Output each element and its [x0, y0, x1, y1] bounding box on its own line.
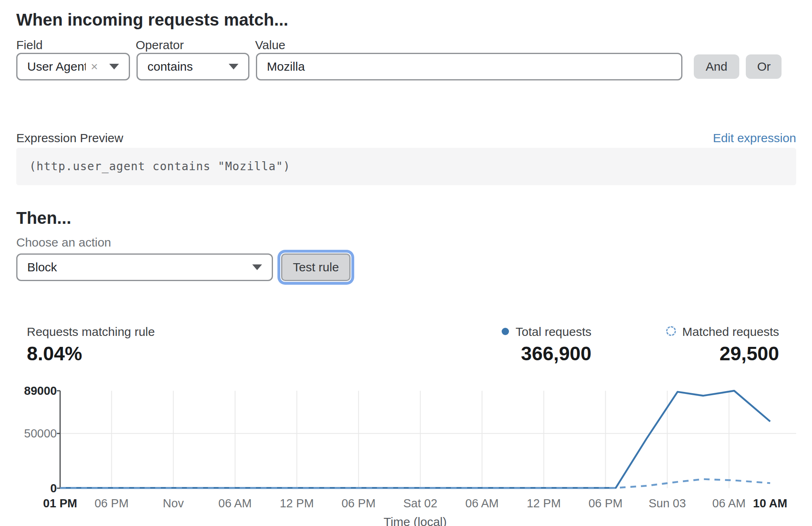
x-tick-label: 10 AM [738, 496, 803, 511]
operator-label: Operator [136, 37, 255, 53]
matched-requests-stat: Matched requests 29,500 [591, 324, 796, 366]
chevron-down-icon [252, 264, 262, 270]
action-select-value: Block [27, 260, 252, 274]
total-requests-stat: Total requests 366,900 [266, 324, 591, 366]
dashed-circle-icon [666, 326, 676, 336]
chevron-down-icon [109, 64, 119, 69]
field-select-value: User Agent [27, 60, 86, 74]
total-requests-value: 366,900 [266, 342, 591, 366]
matching-rule-value: 8.04% [27, 342, 266, 366]
operator-select[interactable]: contains [136, 53, 249, 80]
y-tick-label: 0 [16, 481, 57, 496]
firewall-rule-builder: When incoming requests match... Field Op… [0, 9, 812, 526]
expression-code: (http.user_agent contains "Mozilla") [29, 160, 290, 173]
clear-field-icon[interactable]: × [91, 61, 98, 73]
action-row: Block Test rule [16, 253, 796, 281]
requests-time-chart: Time (local) 0500008900001 PM06 PMNov06 … [0, 366, 812, 526]
field-label: Field [16, 37, 136, 53]
then-heading: Then... [16, 207, 796, 229]
x-tick-label: 06 PM [326, 496, 391, 511]
form-labels-row: Field Operator Value [16, 37, 796, 53]
y-tick-label: 89000 [16, 383, 57, 398]
stats-row: Requests matching rule 8.04% Total reque… [16, 324, 796, 366]
x-tick-label: Nov [141, 496, 206, 511]
x-tick-label: Sun 03 [635, 496, 700, 511]
x-tick-label: 12 PM [264, 496, 329, 511]
x-tick-label: 06 PM [573, 496, 638, 511]
edit-expression-link[interactable]: Edit expression [713, 130, 796, 146]
value-input[interactable] [256, 53, 682, 80]
matched-requests-label: Matched requests [682, 325, 779, 338]
matching-rule-label: Requests matching rule [27, 324, 266, 340]
operator-select-value: contains [147, 60, 229, 74]
field-select[interactable]: User Agent × [16, 53, 130, 80]
matched-requests-value: 29,500 [591, 342, 779, 366]
expression-preview-row: Expression Preview Edit expression [16, 130, 796, 146]
expression-preview-label: Expression Preview [16, 130, 123, 146]
choose-action-label: Choose an action [16, 235, 796, 250]
expression-code-box: (http.user_agent contains "Mozilla") [16, 148, 796, 185]
value-label: Value [255, 37, 375, 53]
x-tick-label: 06 PM [79, 496, 144, 511]
total-requests-legend: Total requests [266, 324, 591, 340]
chevron-down-icon [229, 64, 238, 69]
y-tick-label: 50000 [16, 426, 57, 441]
and-button[interactable]: And [694, 54, 739, 79]
x-tick-label: Sat 02 [388, 496, 453, 511]
x-tick-label: 06 AM [203, 496, 268, 511]
solid-dot-icon [502, 328, 509, 335]
x-tick-label: 06 AM [450, 496, 515, 511]
x-tick-label: 12 PM [511, 496, 576, 511]
rule-controls-row: User Agent × contains And Or [16, 53, 782, 80]
total-requests-label: Total requests [515, 325, 591, 338]
matching-rule-stat: Requests matching rule 8.04% [27, 324, 266, 366]
when-heading: When incoming requests match... [16, 9, 796, 31]
matched-requests-line [60, 479, 770, 488]
action-select[interactable]: Block [16, 253, 273, 281]
total-requests-line [60, 391, 770, 488]
test-rule-button[interactable]: Test rule [281, 253, 351, 281]
or-button[interactable]: Or [746, 54, 782, 79]
matched-requests-legend: Matched requests [591, 324, 779, 340]
x-axis-title: Time (local) [350, 515, 480, 526]
